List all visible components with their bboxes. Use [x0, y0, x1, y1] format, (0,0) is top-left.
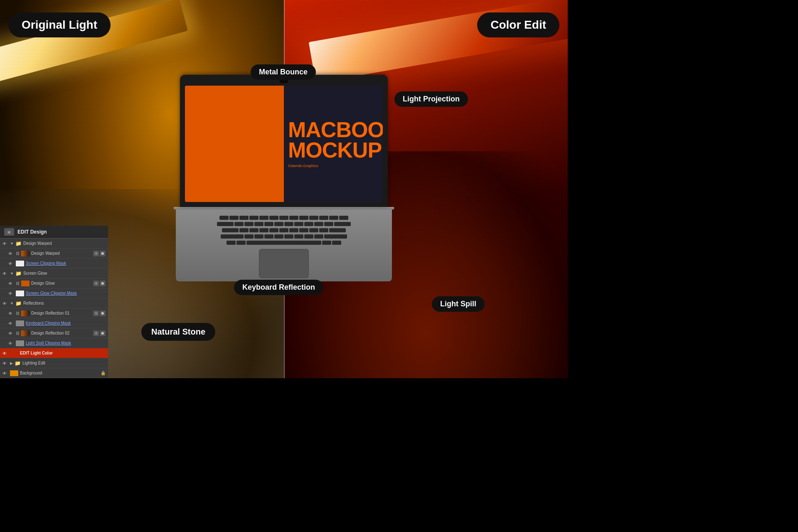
- layer-name[interactable]: Background: [20, 371, 99, 375]
- keyboard-row-5: [184, 241, 384, 246]
- layer-mask-btn[interactable]: ▣: [100, 330, 106, 336]
- folder-arrow[interactable]: ▼: [10, 271, 14, 276]
- key: [322, 241, 331, 245]
- keyboard-reflection-label: Keyboard Reflection: [234, 280, 323, 295]
- key: [254, 222, 264, 226]
- layer-item[interactable]: 👁 ⛓ Design Glow ◎ ▣: [0, 278, 108, 288]
- layer-name[interactable]: Keyboard Clipping Mask: [26, 321, 106, 325]
- eye-icon[interactable]: 👁: [8, 341, 14, 345]
- eye-icon[interactable]: 👁: [2, 361, 8, 365]
- layer-item[interactable]: 👁 EDIT Light Color: [0, 348, 108, 358]
- layer-settings-btn[interactable]: ◎: [93, 251, 99, 256]
- eye-icon[interactable]: 👁: [2, 271, 8, 276]
- layer-item[interactable]: 👁 ▼ 📁 Design Warped: [0, 239, 108, 249]
- layer-item[interactable]: 👁 ▼ 📁 Reflections: [0, 298, 108, 308]
- eye-icon[interactable]: 👁: [2, 371, 8, 375]
- layer-item[interactable]: 👁 Light Spill Clipping Mask: [0, 338, 108, 348]
- layer-thumbnail: [21, 310, 30, 316]
- layer-item[interactable]: 👁 Screen Glow Clipping Mask: [0, 288, 108, 298]
- layer-item[interactable]: 👁 ⛓ Design Reflection 02 ◎ ▣: [0, 328, 108, 338]
- layer-icons: ◎ ▣: [93, 251, 106, 256]
- layer-name[interactable]: EDIT Light Color: [20, 351, 106, 355]
- layer-thumbnail: [16, 261, 24, 266]
- layer-name[interactable]: Screen Glow: [23, 271, 106, 276]
- eye-icon[interactable]: 👁: [8, 331, 14, 335]
- layer-name[interactable]: Lighting Edit: [22, 361, 106, 365]
- key: [289, 228, 298, 232]
- layer-mask-btn[interactable]: ▣: [100, 281, 106, 286]
- layers-header: ▤ EDIT Design: [0, 226, 108, 239]
- folder-arrow[interactable]: ▼: [10, 301, 14, 305]
- key: [304, 222, 313, 226]
- layer-name[interactable]: Design Glow: [31, 281, 91, 286]
- folder-icon: 📁: [15, 360, 21, 366]
- main-container: MACBOOK MOCKUP Ostendo.Graphics: [0, 0, 568, 378]
- layer-name[interactable]: Design Reflection 02: [31, 331, 91, 335]
- key: [339, 216, 348, 220]
- layers-header-icon: ▤: [4, 228, 14, 236]
- layer-thumbnail: [21, 281, 30, 286]
- layer-mask-btn[interactable]: ▣: [100, 251, 106, 256]
- eye-icon[interactable]: 👁: [8, 311, 14, 315]
- layer-icons: ◎ ▣: [93, 281, 106, 286]
- eye-icon[interactable]: 👁: [8, 251, 14, 256]
- layer-settings-btn[interactable]: ◎: [93, 330, 99, 336]
- key: [314, 234, 323, 239]
- key: [329, 228, 346, 232]
- keyboard-grid: [184, 216, 384, 246]
- layer-item[interactable]: 👁 Background 🔒: [0, 368, 108, 378]
- layer-chain-icon: ⛓: [16, 251, 20, 256]
- layer-name[interactable]: Design Warped: [31, 251, 91, 256]
- layer-settings-btn[interactable]: ◎: [93, 281, 99, 286]
- key: [332, 241, 341, 245]
- eye-icon[interactable]: 👁: [8, 261, 14, 266]
- key: [217, 222, 234, 226]
- key: [319, 216, 328, 220]
- keyboard-row-2: [184, 222, 384, 227]
- layer-mask-btn[interactable]: ▣: [100, 310, 106, 316]
- screen-left-half: [185, 86, 284, 202]
- eye-icon[interactable]: 👁: [2, 301, 8, 305]
- layer-name[interactable]: Design Warped: [23, 241, 106, 246]
- light-spill-label: Light Spill: [432, 296, 485, 312]
- layer-thumbnail: [10, 350, 18, 356]
- layer-item[interactable]: 👁 ⛓ Design Warped ◎ ▣: [0, 249, 108, 259]
- macbook-text: MACBOOK MOCKUP: [288, 120, 379, 161]
- key: [254, 234, 264, 239]
- key: [249, 228, 259, 232]
- keyboard-row-1: [184, 216, 384, 221]
- layer-item[interactable]: 👁 ▼ 📁 Screen Glow: [0, 268, 108, 278]
- layer-name[interactable]: Light Spill Clipping Mask: [26, 341, 106, 345]
- layer-name[interactable]: Screen Clipping Mask: [26, 261, 106, 266]
- eye-icon[interactable]: 👁: [2, 351, 8, 355]
- key: [244, 234, 254, 239]
- eye-icon[interactable]: 👁: [8, 291, 14, 296]
- folder-arrow[interactable]: ▶: [10, 361, 13, 365]
- layer-thumbnail: [16, 291, 24, 296]
- layer-settings-btn[interactable]: ◎: [93, 310, 99, 316]
- key: [299, 216, 308, 220]
- key: [219, 216, 229, 220]
- eye-icon[interactable]: 👁: [8, 321, 14, 325]
- macbook-screen-wrapper: MACBOOK MOCKUP Ostendo.Graphics: [163, 75, 404, 281]
- keyboard-row-4: [184, 234, 384, 239]
- layer-item[interactable]: 👁 ▶ 📁 Lighting Edit: [0, 358, 108, 368]
- key: [239, 216, 249, 220]
- key: [324, 222, 333, 226]
- layer-item[interactable]: 👁 Screen Clipping Mask: [0, 259, 108, 268]
- layer-name[interactable]: Reflections: [23, 301, 106, 305]
- layer-name[interactable]: Screen Glow Clipping Mask: [26, 291, 106, 296]
- macbook-brand: Ostendo.Graphics: [288, 164, 379, 168]
- layer-chain-icon: ⛓: [16, 311, 20, 315]
- layer-name[interactable]: Design Reflection 01: [31, 311, 91, 315]
- eye-icon[interactable]: 👁: [2, 241, 8, 246]
- folder-icon: 📁: [15, 300, 22, 306]
- key: [222, 228, 239, 232]
- screen-content: MACBOOK MOCKUP Ostendo.Graphics: [185, 86, 383, 202]
- layer-item[interactable]: 👁 ⛓ Design Reflection 01 ◎ ▣: [0, 308, 108, 318]
- layer-thumbnail: [21, 330, 30, 336]
- folder-arrow[interactable]: ▼: [10, 241, 14, 246]
- macbook-line1: MACBOOK: [288, 120, 379, 140]
- layer-item[interactable]: 👁 Keyboard Clipping Mask: [0, 318, 108, 328]
- eye-icon[interactable]: 👁: [8, 281, 14, 286]
